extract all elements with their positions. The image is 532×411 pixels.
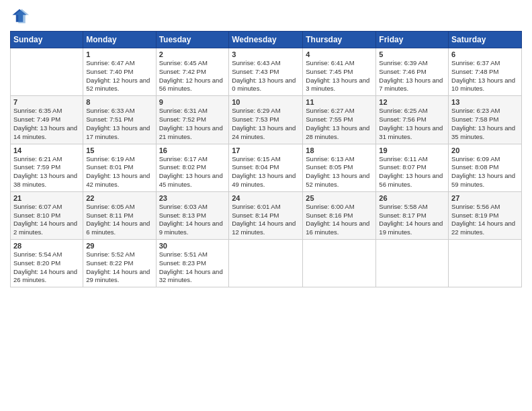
calendar-cell: 9Sunrise: 6:31 AMSunset: 7:52 PMDaylight… xyxy=(156,96,229,144)
day-info: Sunrise: 5:56 AMSunset: 8:19 PMDaylight:… xyxy=(451,203,519,237)
day-info: Sunrise: 6:17 AMSunset: 8:02 PMDaylight:… xyxy=(159,155,226,189)
calendar-cell: 10Sunrise: 6:29 AMSunset: 7:53 PMDayligh… xyxy=(229,96,303,144)
calendar-cell: 2Sunrise: 6:45 AMSunset: 7:42 PMDaylight… xyxy=(156,48,229,96)
calendar-cell: 7Sunrise: 6:35 AMSunset: 7:49 PMDaylight… xyxy=(11,96,83,144)
header-friday: Friday xyxy=(376,32,449,48)
day-number: 26 xyxy=(379,194,445,202)
day-number: 8 xyxy=(86,98,152,106)
day-number: 3 xyxy=(232,50,300,58)
day-number: 23 xyxy=(159,194,226,202)
calendar-week-row: 21Sunrise: 6:07 AMSunset: 8:10 PMDayligh… xyxy=(11,191,522,239)
day-info: Sunrise: 6:27 AMSunset: 7:55 PMDaylight:… xyxy=(306,107,373,141)
day-number: 17 xyxy=(232,146,300,154)
logo xyxy=(10,7,32,26)
calendar-cell: 23Sunrise: 6:03 AMSunset: 8:13 PMDayligh… xyxy=(156,191,229,239)
calendar-cell: 21Sunrise: 6:07 AMSunset: 8:10 PMDayligh… xyxy=(11,191,83,239)
header-wednesday: Wednesday xyxy=(229,32,303,48)
day-number: 18 xyxy=(306,146,373,154)
calendar-week-row: 28Sunrise: 5:54 AMSunset: 8:20 PMDayligh… xyxy=(11,240,522,287)
day-number: 24 xyxy=(232,194,300,202)
day-info: Sunrise: 6:11 AMSunset: 8:07 PMDaylight:… xyxy=(379,155,445,189)
day-info: Sunrise: 5:54 AMSunset: 8:20 PMDaylight:… xyxy=(13,250,80,285)
calendar-cell: 16Sunrise: 6:17 AMSunset: 8:02 PMDayligh… xyxy=(156,144,229,191)
day-info: Sunrise: 6:47 AMSunset: 7:40 PMDaylight:… xyxy=(86,59,152,93)
header xyxy=(10,7,522,26)
calendar-cell: 4Sunrise: 6:41 AMSunset: 7:45 PMDaylight… xyxy=(303,48,376,96)
day-info: Sunrise: 6:19 AMSunset: 8:01 PMDaylight:… xyxy=(86,155,152,189)
calendar-cell: 29Sunrise: 5:52 AMSunset: 8:22 PMDayligh… xyxy=(83,240,156,287)
calendar-cell xyxy=(449,240,522,287)
day-number: 21 xyxy=(13,194,80,202)
day-info: Sunrise: 6:01 AMSunset: 8:14 PMDaylight:… xyxy=(232,203,300,237)
day-info: Sunrise: 6:15 AMSunset: 8:04 PMDaylight:… xyxy=(232,155,300,189)
day-info: Sunrise: 6:35 AMSunset: 7:49 PMDaylight:… xyxy=(13,107,80,141)
day-number: 5 xyxy=(379,50,445,58)
day-number: 2 xyxy=(159,50,226,58)
calendar-cell: 20Sunrise: 6:09 AMSunset: 8:08 PMDayligh… xyxy=(449,144,522,191)
calendar-week-row: 1Sunrise: 6:47 AMSunset: 7:40 PMDaylight… xyxy=(11,48,522,96)
day-number: 15 xyxy=(86,146,152,154)
day-number: 4 xyxy=(306,50,373,58)
day-number: 14 xyxy=(13,146,80,154)
day-info: Sunrise: 6:45 AMSunset: 7:42 PMDaylight:… xyxy=(159,59,226,93)
day-info: Sunrise: 6:09 AMSunset: 8:08 PMDaylight:… xyxy=(451,155,519,189)
day-info: Sunrise: 6:13 AMSunset: 8:05 PMDaylight:… xyxy=(306,155,373,189)
day-info: Sunrise: 6:33 AMSunset: 7:51 PMDaylight:… xyxy=(86,107,152,141)
calendar-cell: 13Sunrise: 6:23 AMSunset: 7:58 PMDayligh… xyxy=(449,96,522,144)
day-info: Sunrise: 5:52 AMSunset: 8:22 PMDaylight:… xyxy=(86,250,152,285)
calendar-cell: 17Sunrise: 6:15 AMSunset: 8:04 PMDayligh… xyxy=(229,144,303,191)
day-number: 10 xyxy=(232,98,300,106)
day-number: 19 xyxy=(379,146,445,154)
calendar-cell: 25Sunrise: 6:00 AMSunset: 8:16 PMDayligh… xyxy=(303,191,376,239)
day-number: 28 xyxy=(13,242,80,250)
day-info: Sunrise: 5:58 AMSunset: 8:17 PMDaylight:… xyxy=(379,203,445,237)
day-info: Sunrise: 6:23 AMSunset: 7:58 PMDaylight:… xyxy=(451,107,519,141)
calendar-cell xyxy=(229,240,303,287)
day-info: Sunrise: 6:21 AMSunset: 7:59 PMDaylight:… xyxy=(13,155,80,189)
calendar-cell: 24Sunrise: 6:01 AMSunset: 8:14 PMDayligh… xyxy=(229,191,303,239)
calendar-cell: 26Sunrise: 5:58 AMSunset: 8:17 PMDayligh… xyxy=(376,191,449,239)
day-info: Sunrise: 6:31 AMSunset: 7:52 PMDaylight:… xyxy=(159,107,226,141)
day-number: 7 xyxy=(13,98,80,106)
calendar-cell xyxy=(376,240,449,287)
day-number: 30 xyxy=(159,242,226,250)
header-saturday: Saturday xyxy=(449,32,522,48)
day-info: Sunrise: 6:37 AMSunset: 7:48 PMDaylight:… xyxy=(451,59,519,93)
header-monday: Monday xyxy=(83,32,156,48)
calendar-cell: 11Sunrise: 6:27 AMSunset: 7:55 PMDayligh… xyxy=(303,96,376,144)
logo-icon xyxy=(10,7,29,26)
day-number: 20 xyxy=(451,146,519,154)
calendar-cell: 22Sunrise: 6:05 AMSunset: 8:11 PMDayligh… xyxy=(83,191,156,239)
day-info: Sunrise: 6:43 AMSunset: 7:43 PMDaylight:… xyxy=(232,59,300,93)
day-info: Sunrise: 6:00 AMSunset: 8:16 PMDaylight:… xyxy=(306,203,373,237)
day-number: 16 xyxy=(159,146,226,154)
day-info: Sunrise: 6:25 AMSunset: 7:56 PMDaylight:… xyxy=(379,107,445,141)
calendar-cell: 3Sunrise: 6:43 AMSunset: 7:43 PMDaylight… xyxy=(229,48,303,96)
day-number: 9 xyxy=(159,98,226,106)
calendar-cell xyxy=(11,48,83,96)
day-number: 6 xyxy=(451,50,519,58)
day-number: 29 xyxy=(86,242,152,250)
day-info: Sunrise: 6:41 AMSunset: 7:45 PMDaylight:… xyxy=(306,59,373,93)
calendar-cell: 8Sunrise: 6:33 AMSunset: 7:51 PMDaylight… xyxy=(83,96,156,144)
calendar-cell: 12Sunrise: 6:25 AMSunset: 7:56 PMDayligh… xyxy=(376,96,449,144)
calendar-cell: 27Sunrise: 5:56 AMSunset: 8:19 PMDayligh… xyxy=(449,191,522,239)
day-number: 13 xyxy=(451,98,519,106)
calendar-cell: 1Sunrise: 6:47 AMSunset: 7:40 PMDaylight… xyxy=(83,48,156,96)
calendar-cell: 28Sunrise: 5:54 AMSunset: 8:20 PMDayligh… xyxy=(11,240,83,287)
calendar-cell: 18Sunrise: 6:13 AMSunset: 8:05 PMDayligh… xyxy=(303,144,376,191)
day-info: Sunrise: 6:29 AMSunset: 7:53 PMDaylight:… xyxy=(232,107,300,141)
day-number: 1 xyxy=(86,50,152,58)
day-number: 11 xyxy=(306,98,373,106)
calendar-cell: 19Sunrise: 6:11 AMSunset: 8:07 PMDayligh… xyxy=(376,144,449,191)
calendar-cell xyxy=(303,240,376,287)
calendar-table: Sunday Monday Tuesday Wednesday Thursday… xyxy=(10,31,522,287)
calendar-cell: 14Sunrise: 6:21 AMSunset: 7:59 PMDayligh… xyxy=(11,144,83,191)
day-info: Sunrise: 6:05 AMSunset: 8:11 PMDaylight:… xyxy=(86,203,152,237)
calendar-week-row: 14Sunrise: 6:21 AMSunset: 7:59 PMDayligh… xyxy=(11,144,522,191)
calendar-cell: 15Sunrise: 6:19 AMSunset: 8:01 PMDayligh… xyxy=(83,144,156,191)
day-info: Sunrise: 6:03 AMSunset: 8:13 PMDaylight:… xyxy=(159,203,226,237)
day-number: 12 xyxy=(379,98,445,106)
calendar-cell: 6Sunrise: 6:37 AMSunset: 7:48 PMDaylight… xyxy=(449,48,522,96)
day-info: Sunrise: 6:39 AMSunset: 7:46 PMDaylight:… xyxy=(379,59,445,93)
